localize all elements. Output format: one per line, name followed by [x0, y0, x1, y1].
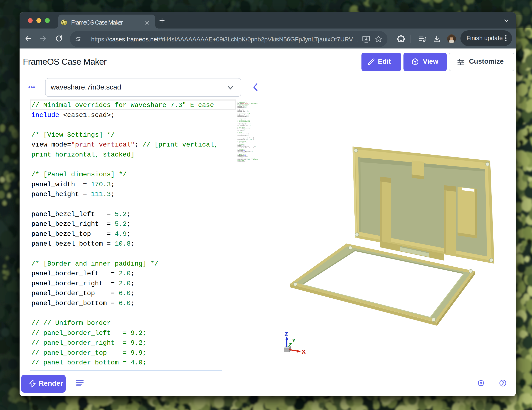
svg-text:Z: Z: [285, 331, 288, 337]
svg-text:Y: Y: [292, 337, 295, 344]
svg-text:X: X: [302, 348, 306, 355]
